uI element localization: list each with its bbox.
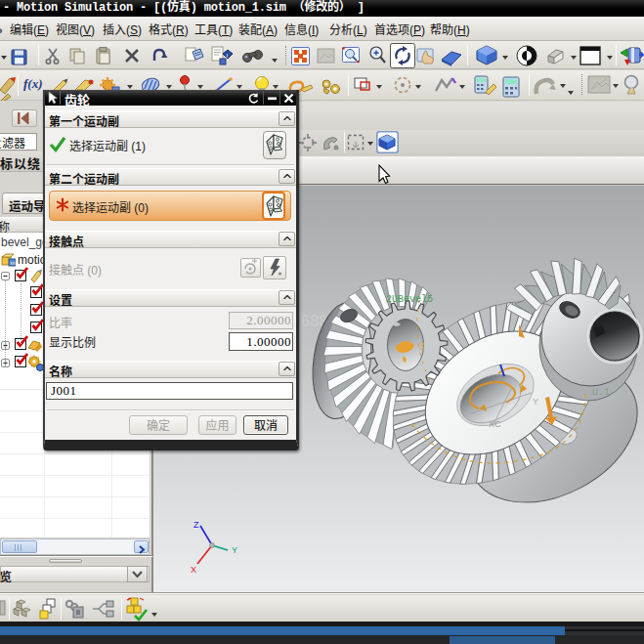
svg-text:U.1: U.1 bbox=[592, 387, 610, 398]
svg-text:Z: Z bbox=[193, 520, 199, 530]
svg-text:X: X bbox=[191, 565, 196, 575]
svg-text:XC: XC bbox=[489, 419, 501, 429]
svg-text:i: i bbox=[226, 52, 228, 60]
svg-text:2UBevel5: 2UBevel5 bbox=[386, 294, 433, 305]
svg-text:Y: Y bbox=[533, 397, 538, 407]
svg-text:3: 3 bbox=[419, 341, 425, 352]
svg-text:Y: Y bbox=[232, 545, 237, 555]
svg-text:m: m bbox=[11, 260, 16, 266]
